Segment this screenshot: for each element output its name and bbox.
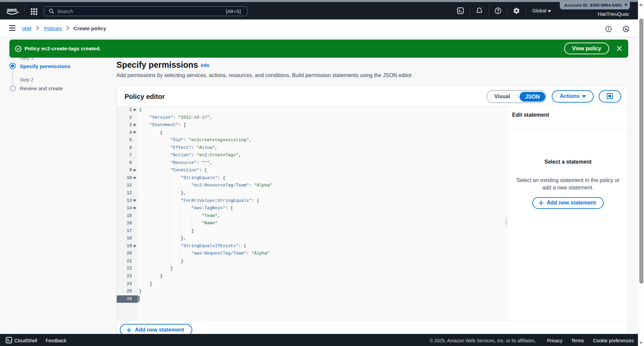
svg-text:aws: aws [7, 7, 17, 13]
